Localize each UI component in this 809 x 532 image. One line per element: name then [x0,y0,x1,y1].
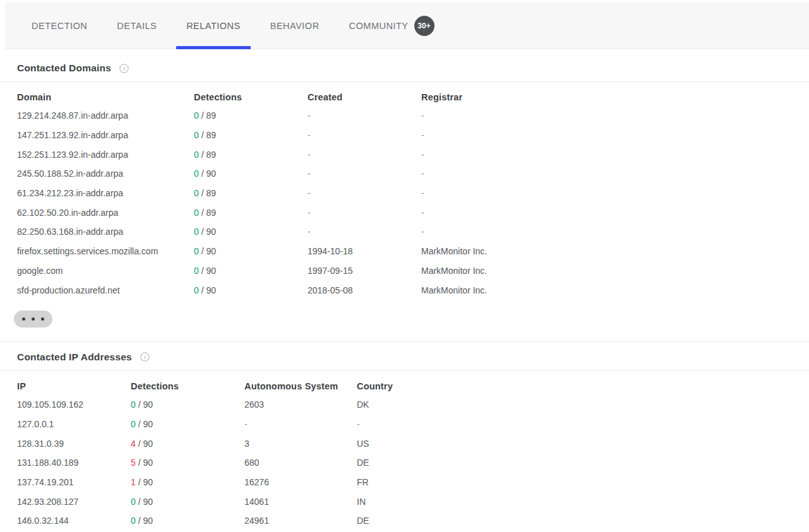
detections-total: / 89 [199,130,216,140]
domain-link[interactable]: 245.50.188.52.in-addr.arpa [17,168,194,179]
detections-total: / 90 [136,419,153,429]
column-header-registrar: Registrar [421,92,809,102]
contacted-ips-table: IP Detections Autonomous System Country … [0,371,809,531]
ip-link[interactable]: 137.74.19.201 [17,477,131,487]
contacted-ips-rows: 109.105.109.1620 / 902603DK127.0.0.10 / … [17,395,809,531]
created-value: - [308,110,421,121]
ip-link[interactable]: 131.188.40.189 [17,458,131,468]
table-row: google.com0 / 901997-09-15MarkMonitor In… [17,261,809,281]
detections-total: / 89 [199,110,216,121]
table-row: 142.93.208.1270 / 9014061IN [17,492,809,511]
ip-link[interactable]: 127.0.0.1 [17,419,131,429]
table-row: 146.0.32.1440 / 9024961DE [17,511,809,531]
tab-community[interactable]: COMMUNITY 30+ [339,3,445,49]
detections-value: 0 / 90 [131,516,244,526]
country-value: DK [357,399,809,410]
asn-value: 16276 [244,477,357,487]
domain-link[interactable]: 62.102.50.20.in-addr.arpa [17,208,194,218]
ip-link[interactable]: 146.0.32.144 [17,516,131,526]
tab-behavior[interactable]: BEHAVIOR [260,3,330,49]
community-count-badge: 30+ [414,16,434,36]
tab-detection[interactable]: DETECTION [21,3,97,49]
table-row: 152.251.123.92.in-addr.arpa0 / 89-- [17,145,809,164]
detections-count: 0 [131,419,136,429]
detections-value: 5 / 90 [131,458,244,468]
detections-value: 0 / 90 [194,266,308,276]
info-icon[interactable]: i [140,352,150,362]
detections-value: 0 / 89 [194,188,308,198]
detections-value: 1 / 90 [131,477,244,487]
detections-value: 0 / 90 [131,399,244,410]
registrar-value: MarkMonitor Inc. [421,266,809,276]
ip-link[interactable]: 128.31.0.39 [17,439,131,449]
created-value: - [308,130,421,140]
detections-count: 0 [194,246,199,256]
asn-value: 14061 [244,497,357,507]
detections-total: / 89 [199,208,216,218]
created-value: - [308,150,421,160]
domain-link[interactable]: google.com [17,266,194,276]
registrar-value: - [421,130,809,140]
detections-value: 0 / 90 [194,246,308,256]
detections-total: / 90 [136,458,153,468]
detections-value: 0 / 89 [194,208,308,218]
ip-link[interactable]: 142.93.208.127 [17,497,131,507]
detections-count: 0 [194,130,199,140]
table-row: 82.250.63.168.in-addr.arpa0 / 90-- [17,222,809,242]
created-value: 1997-09-15 [308,266,421,276]
country-value: - [357,419,809,429]
tab-label: BEHAVIOR [270,21,320,31]
table-row: 109.105.109.1620 / 902603DK [17,395,809,415]
domain-link[interactable]: 147.251.123.92.in-addr.arpa [17,130,194,140]
table-row: firefox.settings.services.mozilla.com0 /… [17,242,809,261]
ellipsis-dot [41,317,44,321]
column-header-domain: Domain [17,92,194,102]
detections-count: 0 [194,150,199,160]
column-header-detections: Detections [131,381,244,391]
detections-value: 0 / 89 [194,150,308,160]
country-value: IN [357,497,809,507]
tab-details[interactable]: DETAILS [107,3,167,49]
domain-link[interactable]: firefox.settings.services.mozilla.com [17,246,194,256]
table-row: 137.74.19.2011 / 9016276FR [17,473,809,492]
detections-count: 0 [194,188,199,198]
column-header-country: Country [357,381,809,391]
detections-total: / 90 [199,285,216,295]
contacted-domains-rows: 129.214.248.87.in-addr.arpa0 / 89--147.2… [17,106,809,300]
detections-total: / 90 [199,168,216,179]
asn-value: - [244,419,357,429]
created-value: - [308,188,421,198]
detections-total: / 90 [136,439,153,449]
detections-total: / 90 [199,227,216,237]
table-row: 245.50.188.52.in-addr.arpa0 / 90-- [17,164,809,184]
detections-total: / 90 [136,497,153,507]
detections-count: 0 [194,208,199,218]
domain-link[interactable]: 152.251.123.92.in-addr.arpa [17,150,194,160]
detections-count: 0 [194,266,199,276]
tab-relations[interactable]: RELATIONS [176,3,251,49]
table-header-row: Domain Detections Created Registrar [17,82,809,106]
detections-value: 4 / 90 [131,439,244,449]
section-header: Contacted Domains i [0,50,809,81]
created-value: 1994-10-18 [308,246,421,256]
registrar-value: - [421,168,809,179]
detections-count: 0 [131,516,136,526]
detections-count: 0 [131,497,136,507]
show-more-button[interactable] [14,310,52,328]
column-header-detections: Detections [194,92,308,102]
registrar-value: - [421,227,809,237]
domain-link[interactable]: 61.234.212.23.in-addr.arpa [17,188,194,198]
info-icon[interactable]: i [119,64,129,73]
created-value: - [308,168,421,179]
table-row: 147.251.123.92.in-addr.arpa0 / 89-- [17,126,809,145]
domain-link[interactable]: 82.250.63.168.in-addr.arpa [17,227,194,237]
table-header-row: IP Detections Autonomous System Country [17,371,809,395]
table-row: 127.0.0.10 / 90-- [17,415,809,434]
created-value: - [308,227,421,237]
detections-value: 0 / 89 [194,130,308,140]
domain-link[interactable]: 129.214.248.87.in-addr.arpa [17,110,194,121]
ip-link[interactable]: 109.105.109.162 [17,399,131,410]
domain-link[interactable]: sfd-production.azurefd.net [17,285,194,295]
active-tab-indicator [176,46,251,49]
column-header-created: Created [308,92,421,102]
